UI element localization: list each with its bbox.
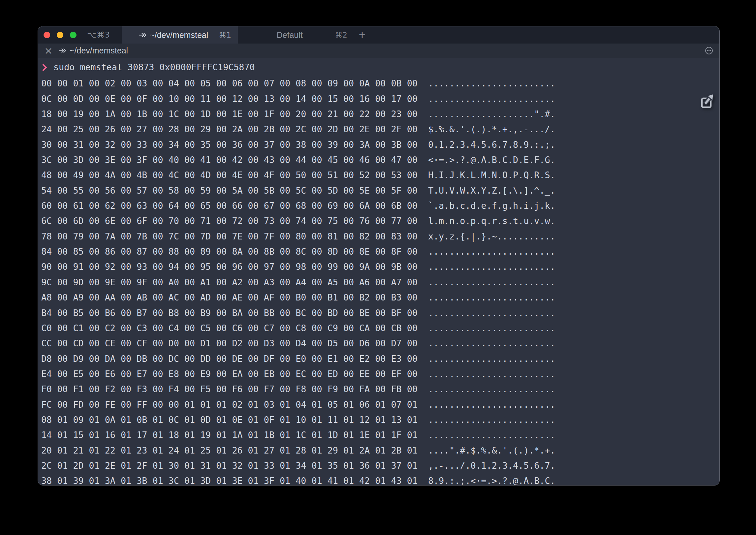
hexdump-row: C0 00 C1 00 C2 00 C3 00 C4 00 C5 00 C6 0… xyxy=(41,321,719,336)
hexdump-row: 18 00 19 00 1A 00 1B 00 1C 00 1D 00 1E 0… xyxy=(41,107,719,122)
hexdump-row: D8 00 D9 00 DA 00 DB 00 DC 00 DD 00 DE 0… xyxy=(41,351,719,366)
hex-bytes: 54 00 55 00 56 00 57 00 58 00 59 00 5A 0… xyxy=(41,185,418,196)
hexdump-row: CC 00 CD 00 CE 00 CF 00 D0 00 D1 00 D2 0… xyxy=(41,336,719,351)
hexdump-row: FC 00 FD 00 FE 00 FF 00 00 01 01 01 02 0… xyxy=(41,397,719,412)
block-title: ~/dev/memsteal xyxy=(70,46,128,55)
tab-default[interactable]: Default ⌘2 xyxy=(238,26,354,44)
ascii-repr: ........................ xyxy=(428,399,555,410)
ascii-repr: ........................ xyxy=(428,94,555,104)
close-traffic-light[interactable] xyxy=(44,32,50,38)
ascii-repr: $.%.&.'.(.).*.+.,.-.../. xyxy=(428,124,555,134)
hexdump-row: 00 00 01 00 02 00 03 00 04 00 05 00 06 0… xyxy=(41,76,719,91)
ascii-repr: ........................ xyxy=(428,277,555,287)
hexdump-row: 14 01 15 01 16 01 17 01 18 01 19 01 1A 0… xyxy=(41,427,719,443)
ascii-repr: ........................ xyxy=(428,430,555,440)
ascii-repr: ........................ xyxy=(428,323,555,333)
ascii-repr: ,.-.../.0.1.2.3.4.5.6.7. xyxy=(428,460,555,471)
pane-shortcut-hint: ⌥⌘3 xyxy=(87,30,110,40)
hex-bytes: 48 00 49 00 4A 00 4B 00 4C 00 4D 00 4E 0… xyxy=(41,170,418,180)
hex-bytes: 0C 00 0D 00 0E 00 0F 00 10 00 11 00 12 0… xyxy=(41,94,418,104)
tab-shortcut: ⌘1 xyxy=(219,31,231,39)
hex-bytes: 30 00 31 00 32 00 33 00 34 00 35 00 36 0… xyxy=(41,140,418,150)
hex-bytes: 18 00 19 00 1A 00 1B 00 1C 00 1D 00 1E 0… xyxy=(41,109,418,119)
ascii-repr: ........................ xyxy=(428,384,555,394)
terminal-window: ⌥⌘3 ~/dev/memsteal ⌘1 Default ⌘2 xyxy=(38,26,720,486)
tab-shortcut: ⌘2 xyxy=(335,31,347,39)
hex-bytes: 3C 00 3D 00 3E 00 3F 00 40 00 41 00 42 0… xyxy=(41,155,418,165)
ascii-repr: H.I.J.K.L.M.N.O.P.Q.R.S. xyxy=(428,170,555,180)
tab-title: Default xyxy=(277,30,303,40)
hex-bytes: F0 00 F1 00 F2 00 F3 00 F4 00 F5 00 F6 0… xyxy=(41,384,418,394)
tab-memsteal[interactable]: ~/dev/memsteal ⌘1 xyxy=(122,26,238,44)
hexdump-row: 2C 01 2D 01 2E 01 2F 01 30 01 31 01 32 0… xyxy=(41,458,719,473)
block-header: × ~/dev/memsteal xyxy=(38,44,719,58)
double-right-arrow-icon xyxy=(139,32,147,38)
circle-ellipsis-icon xyxy=(705,47,713,55)
hexdump-row: 90 00 91 00 92 00 93 00 94 00 95 00 96 0… xyxy=(41,259,719,274)
terminal-content: sudo memsteal 30873 0x0000FFFFC19C5870 0… xyxy=(38,58,719,485)
ascii-repr: ........................ xyxy=(428,354,555,364)
hex-bytes: B4 00 B5 00 B6 00 B7 00 B8 00 B9 00 BA 0… xyxy=(41,308,418,318)
hexdump-row: 84 00 85 00 86 00 87 00 88 00 89 00 8A 0… xyxy=(41,244,719,259)
hexdump-row: B4 00 B5 00 B6 00 B7 00 B8 00 B9 00 BA 0… xyxy=(41,305,719,321)
hex-bytes: 08 01 09 01 0A 01 0B 01 0C 01 0D 01 0E 0… xyxy=(41,415,418,425)
hexdump: 00 00 01 00 02 00 03 00 04 00 05 00 06 0… xyxy=(41,76,719,485)
hexdump-row: 20 01 21 01 22 01 23 01 24 01 25 01 26 0… xyxy=(41,443,719,458)
ascii-repr: T.U.V.W.X.Y.Z.[.\.].^._. xyxy=(428,185,555,196)
double-right-arrow-icon xyxy=(59,48,67,53)
ascii-repr: ........................ xyxy=(428,369,555,379)
hex-bytes: 14 01 15 01 16 01 17 01 18 01 19 01 1A 0… xyxy=(41,430,418,440)
block-menu-button[interactable] xyxy=(705,47,713,55)
ascii-repr: ........................ xyxy=(428,292,555,302)
ascii-repr: l.m.n.o.p.q.r.s.t.u.v.w. xyxy=(428,216,555,226)
hex-bytes: E4 00 E5 00 E6 00 E7 00 E8 00 E9 00 EA 0… xyxy=(41,369,418,379)
ascii-repr: 0.1.2.3.4.5.6.7.8.9.:.;. xyxy=(428,140,555,150)
ascii-repr: ....................".#. xyxy=(428,109,555,119)
hexdump-row: 78 00 79 00 7A 00 7B 00 7C 00 7D 00 7E 0… xyxy=(41,229,719,244)
hex-bytes: 9C 00 9D 00 9E 00 9F 00 A0 00 A1 00 A2 0… xyxy=(41,277,418,287)
ascii-repr: ....".#.$.%.&.'.(.).*.+. xyxy=(428,445,555,456)
hex-bytes: 84 00 85 00 86 00 87 00 88 00 89 00 8A 0… xyxy=(41,246,418,257)
hexdump-row: 48 00 49 00 4A 00 4B 00 4C 00 4D 00 4E 0… xyxy=(41,168,719,183)
ascii-repr: ........................ xyxy=(428,308,555,318)
new-tab-button[interactable]: + xyxy=(354,26,370,44)
command-line: sudo memsteal 30873 0x0000FFFFC19C5870 xyxy=(41,60,719,75)
hexdump-row: 08 01 09 01 0A 01 0B 01 0C 01 0D 01 0E 0… xyxy=(41,412,719,427)
minimize-traffic-light[interactable] xyxy=(57,32,63,38)
hexdump-row: F0 00 F1 00 F2 00 F3 00 F4 00 F5 00 F6 0… xyxy=(41,382,719,397)
hexdump-row: 60 00 61 00 62 00 63 00 64 00 65 00 66 0… xyxy=(41,198,719,213)
hexdump-row: A8 00 A9 00 AA 00 AB 00 AC 00 AD 00 AE 0… xyxy=(41,290,719,305)
ascii-repr: <·=.>.?.@.A.B.C.D.E.F.G. xyxy=(428,155,555,165)
window-controls: ⌥⌘3 xyxy=(38,26,122,44)
ascii-repr: ........................ xyxy=(428,415,555,425)
hex-bytes: 6C 00 6D 00 6E 00 6F 00 70 00 71 00 72 0… xyxy=(41,216,418,226)
hex-bytes: 20 01 21 01 22 01 23 01 24 01 25 01 26 0… xyxy=(41,445,418,456)
hex-bytes: CC 00 CD 00 CE 00 CF 00 D0 00 D1 00 D2 0… xyxy=(41,338,418,348)
hexdump-row: 30 00 31 00 32 00 33 00 34 00 35 00 36 0… xyxy=(41,137,719,152)
hexdump-row: 0C 00 0D 00 0E 00 0F 00 10 00 11 00 12 0… xyxy=(41,91,719,107)
hexdump-row: 38 01 39 01 3A 01 3B 01 3C 01 3D 01 3E 0… xyxy=(41,473,719,485)
hexdump-row: 6C 00 6D 00 6E 00 6F 00 70 00 71 00 72 0… xyxy=(41,213,719,229)
hex-bytes: A8 00 A9 00 AA 00 AB 00 AC 00 AD 00 AE 0… xyxy=(41,292,418,302)
prompt-chevron-icon xyxy=(42,63,47,72)
hex-bytes: 90 00 91 00 92 00 93 00 94 00 95 00 96 0… xyxy=(41,262,418,272)
ascii-repr: ........................ xyxy=(428,262,555,272)
hexdump-row: E4 00 E5 00 E6 00 E7 00 E8 00 E9 00 EA 0… xyxy=(41,366,719,382)
close-block-button[interactable]: × xyxy=(44,46,53,56)
hex-bytes: 2C 01 2D 01 2E 01 2F 01 30 01 31 01 32 0… xyxy=(41,460,418,471)
hex-bytes: D8 00 D9 00 DA 00 DB 00 DC 00 DD 00 DE 0… xyxy=(41,354,418,364)
maximize-traffic-light[interactable] xyxy=(70,32,77,38)
command-text: sudo memsteal 30873 0x0000FFFFC19C5870 xyxy=(53,60,255,75)
share-block-button[interactable] xyxy=(700,93,714,113)
ascii-repr: ........................ xyxy=(428,78,555,88)
hexdump-row: 24 00 25 00 26 00 27 00 28 00 29 00 2A 0… xyxy=(41,122,719,137)
hexdump-row: 9C 00 9D 00 9E 00 9F 00 A0 00 A1 00 A2 0… xyxy=(41,275,719,290)
tab-bar: ⌥⌘3 ~/dev/memsteal ⌘1 Default ⌘2 xyxy=(38,26,719,44)
hex-bytes: FC 00 FD 00 FE 00 FF 00 00 01 01 01 02 0… xyxy=(41,399,418,410)
ascii-repr: 8.9.:.;.<·=.>.?.@.A.B.C. xyxy=(428,476,555,485)
hexdump-row: 3C 00 3D 00 3E 00 3F 00 40 00 41 00 42 0… xyxy=(41,152,719,168)
share-arrow-icon xyxy=(700,93,714,108)
hex-bytes: 00 00 01 00 02 00 03 00 04 00 05 00 06 0… xyxy=(41,78,418,88)
hex-bytes: 24 00 25 00 26 00 27 00 28 00 29 00 2A 0… xyxy=(41,124,418,134)
tab-title-group: Default xyxy=(244,30,335,40)
